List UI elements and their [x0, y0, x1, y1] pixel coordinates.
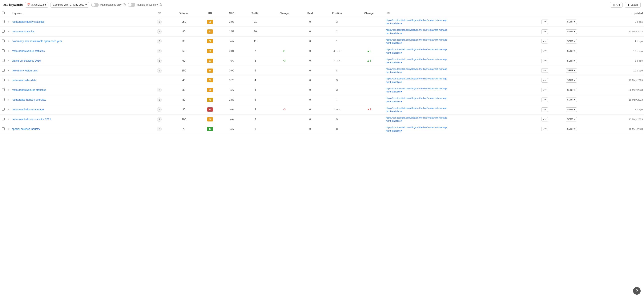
row-checkbox-5[interactable] [2, 69, 5, 72]
url-link[interactable]: https://pos.toasttab.com/blog/on-the-lin… [386, 38, 539, 41]
keyword-link[interactable]: special eateries industry [12, 128, 40, 131]
add-row-button[interactable]: + [6, 46, 10, 56]
row-checkbox-11[interactable] [2, 127, 5, 130]
row-checkbox-3[interactable] [2, 49, 5, 52]
url-expand-button[interactable]: ment-statistics ▾ [386, 61, 402, 64]
export-button[interactable]: ⬆ Export [625, 2, 641, 7]
keyword-link[interactable]: restaurant revenue statistics [12, 50, 44, 53]
url-expand-button[interactable]: ment-statistics ▾ [386, 51, 402, 54]
url-expand-button[interactable]: ment-statistics ▾ [386, 120, 402, 122]
add-row-button[interactable]: + [6, 75, 10, 85]
url-link[interactable]: https://pos.toasttab.com/blog/on-the-lin… [386, 67, 539, 71]
main-positions-toggle[interactable] [91, 3, 99, 7]
date-picker-button[interactable]: 📅 3 Jun 2023 ▾ [25, 2, 48, 7]
multiple-urls-toggle[interactable] [128, 3, 135, 7]
keyword-link[interactable]: how many new restaurants open each year [12, 40, 62, 43]
url-link[interactable]: https://pos.toasttab.com/blog/on-the-lin… [386, 116, 539, 119]
row-checkbox-0[interactable] [2, 20, 5, 23]
trend-button[interactable]: ↗ ▾ [541, 39, 548, 43]
serp-button[interactable]: SERP ▾ [566, 29, 577, 34]
volume-cell: 100 [169, 114, 199, 124]
keyword-link[interactable]: restaurant industry statistics 2021 [12, 118, 51, 121]
row-checkbox-6[interactable] [2, 79, 5, 81]
row-checkbox-2[interactable] [2, 39, 5, 42]
trend-button[interactable]: ↗ ▾ [541, 117, 548, 122]
trend-button[interactable]: ↗ ▾ [541, 107, 548, 112]
keyword-link[interactable]: restaurant industry average [12, 108, 44, 111]
table-row: +restaurant revenues statistics23059N/A4… [0, 85, 644, 95]
add-row-button[interactable]: + [6, 114, 10, 124]
trend-button[interactable]: ↗ ▾ [541, 29, 548, 34]
main-positions-help-icon[interactable]: ? [123, 3, 126, 6]
serp-button[interactable]: SERP ▾ [566, 49, 577, 53]
add-row-button[interactable]: + [6, 17, 10, 27]
url-expand-button[interactable]: ment-statistics ▾ [386, 90, 402, 93]
add-row-button[interactable]: + [6, 85, 10, 95]
row-checkbox-4[interactable] [2, 59, 5, 62]
add-row-button[interactable]: + [6, 66, 10, 75]
url-expand-button[interactable]: ment-statistics ▾ [386, 81, 402, 83]
url-expand-button[interactable]: ment-statistics ▾ [386, 100, 402, 103]
url-link[interactable]: https://pos.toasttab.com/blog/on-the-lin… [386, 126, 539, 129]
url-link[interactable]: https://pos.toasttab.com/blog/on-the-lin… [386, 28, 539, 31]
url-expand-button[interactable]: ment-statistics ▾ [386, 71, 402, 73]
position-change-cell [353, 85, 384, 95]
keyword-link[interactable]: restaurant statistics [12, 30, 34, 33]
url-link[interactable]: https://pos.toasttab.com/blog/on-the-lin… [386, 77, 539, 80]
row-checkbox-9[interactable] [2, 108, 5, 111]
add-row-button[interactable]: + [6, 124, 10, 134]
add-row-button[interactable]: + [6, 56, 10, 66]
serp-button[interactable]: SERP ▾ [566, 98, 577, 102]
keyword-link[interactable]: restaurant industry statistics [12, 20, 44, 23]
kd-badge: 17 [207, 127, 213, 131]
url-expand-button[interactable]: ment-statistics ▾ [386, 42, 402, 44]
url-expand-button[interactable]: ment-statistics ▾ [386, 110, 402, 112]
keyword-link[interactable]: how many restaurants [12, 69, 38, 72]
url-expand-button[interactable]: ment-statistics ▾ [386, 32, 402, 34]
url-link[interactable]: https://pos.toasttab.com/blog/on-the-lin… [386, 87, 539, 90]
paid-cell: 0 [300, 105, 320, 114]
trend-button[interactable]: ↗ ▾ [541, 19, 548, 24]
url-link[interactable]: https://pos.toasttab.com/blog/on-the-lin… [386, 19, 539, 22]
add-row-button[interactable]: + [6, 95, 10, 105]
trend-button[interactable]: ↗ ▾ [541, 68, 548, 73]
trend-button[interactable]: ↗ ▾ [541, 59, 548, 63]
url-link[interactable]: https://pos.toasttab.com/blog/on-the-lin… [386, 107, 539, 110]
multiple-urls-help-icon[interactable]: ? [159, 3, 162, 6]
serp-button[interactable]: SERP ▾ [566, 88, 577, 92]
add-row-button[interactable]: + [6, 36, 10, 46]
serp-button[interactable]: SERP ▾ [566, 59, 577, 63]
table-row: +special eateries industry27017N/A308htt… [0, 124, 644, 134]
row-checkbox-8[interactable] [2, 98, 5, 101]
keyword-link[interactable]: eating out statistics 2016 [12, 59, 41, 62]
add-row-button[interactable]: + [6, 27, 10, 36]
serp-button[interactable]: SERP ▾ [566, 78, 577, 83]
api-button[interactable]: {} API [610, 2, 623, 7]
trend-button[interactable]: ↗ ▾ [541, 127, 548, 131]
trend-button[interactable]: ↗ ▾ [541, 98, 548, 102]
url-link[interactable]: https://pos.toasttab.com/blog/on-the-lin… [386, 97, 539, 100]
serp-button[interactable]: SERP ▾ [566, 68, 577, 73]
url-expand-button[interactable]: ment-statistics ▾ [386, 130, 402, 132]
select-all-checkbox[interactable] [2, 11, 5, 14]
keyword-link[interactable]: restaurant sales data [12, 79, 36, 82]
keyword-link[interactable]: restaurants industry overview [12, 98, 46, 101]
serp-button[interactable]: SERP ▾ [566, 117, 577, 122]
keyword-link[interactable]: restaurant revenues statistics [12, 88, 46, 91]
compare-date-button[interactable]: Compare with: 27 May 2023 ▾ [50, 2, 89, 7]
kd-badge: 70 [207, 107, 213, 112]
row-checkbox-7[interactable] [2, 88, 5, 91]
serp-button[interactable]: SERP ▾ [566, 107, 577, 112]
trend-button[interactable]: ↗ ▾ [541, 88, 548, 92]
trend-button[interactable]: ↗ ▾ [541, 49, 548, 53]
url-link[interactable]: https://pos.toasttab.com/blog/on-the-lin… [386, 48, 539, 51]
trend-button[interactable]: ↗ ▾ [541, 78, 548, 83]
url-link[interactable]: https://pos.toasttab.com/blog/on-the-lin… [386, 58, 539, 61]
add-row-button[interactable]: + [6, 105, 10, 114]
row-checkbox-10[interactable] [2, 118, 5, 120]
row-checkbox-1[interactable] [2, 30, 5, 33]
serp-button[interactable]: SERP ▾ [566, 39, 577, 43]
serp-button[interactable]: SERP ▾ [566, 19, 577, 24]
url-expand-button[interactable]: ment-statistics ▾ [386, 22, 402, 25]
serp-button[interactable]: SERP ▾ [566, 127, 577, 131]
